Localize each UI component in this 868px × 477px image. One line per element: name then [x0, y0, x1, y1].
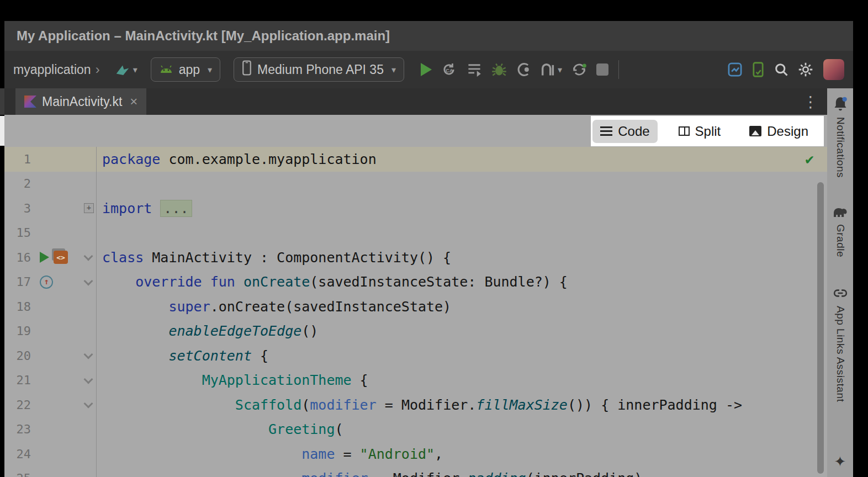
- gutter: 18: [4, 294, 97, 319]
- run-button[interactable]: [421, 63, 432, 76]
- fold-collapse-icon[interactable]: [84, 350, 93, 359]
- gutter: 23: [4, 417, 97, 442]
- code-editor[interactable]: 1package com.example.myapplication✔23+im…: [4, 147, 827, 477]
- settings-button[interactable]: [798, 62, 813, 77]
- line-number: 2: [4, 177, 31, 190]
- tool-window-gradle[interactable]: Gradle: [834, 224, 846, 257]
- code-text[interactable]: super.onCreate(savedInstanceState): [97, 299, 451, 315]
- stop-button[interactable]: [596, 63, 608, 76]
- fold-collapse-icon[interactable]: [84, 252, 93, 261]
- device-selector[interactable]: Medium Phone API 35 ▾: [234, 57, 404, 82]
- fold-collapse-icon[interactable]: [84, 399, 93, 409]
- line-number: 15: [4, 226, 31, 240]
- code-text[interactable]: import ...: [97, 200, 192, 216]
- title-bar: My Application – MainActivity.kt [My_App…: [4, 21, 853, 51]
- gradle-sync-icon[interactable]: ▾: [114, 62, 137, 77]
- notifications-bell-icon[interactable]: [833, 96, 848, 112]
- right-tool-stripe: Notifications Gradle App Links Assistant…: [827, 88, 853, 477]
- code-line[interactable]: 24 name = "Android",: [4, 442, 827, 467]
- run-class-icon[interactable]: [40, 252, 49, 263]
- code-text[interactable]: override fun onCreate(savedInstanceState…: [97, 274, 568, 290]
- compose-preview-icon[interactable]: <>: [54, 251, 68, 264]
- code-line[interactable]: 15: [4, 221, 827, 246]
- chevron-down-icon: ▾: [558, 65, 562, 75]
- view-mode-split[interactable]: Split: [671, 120, 729, 143]
- sparkle-icon[interactable]: ✦: [834, 453, 846, 470]
- chevron-down-icon: ▾: [208, 65, 212, 75]
- breadcrumb-chevron-icon: ›: [96, 62, 100, 77]
- code-text[interactable]: Scaffold(modifier = Modifier.fillMaxSize…: [97, 397, 742, 413]
- code-line[interactable]: 19 enableEdgeToEdge(): [4, 319, 827, 344]
- code-line[interactable]: 17↑ override fun onCreate(savedInstanceS…: [4, 270, 827, 295]
- fold-expand-icon[interactable]: +: [84, 203, 94, 213]
- view-mode-code[interactable]: Code: [592, 120, 657, 143]
- code-line[interactable]: 20 setContent {: [4, 343, 827, 368]
- tool-window-app-links[interactable]: App Links Assistant: [834, 306, 846, 402]
- fold-collapse-icon[interactable]: [84, 374, 93, 384]
- code-line[interactable]: 2: [4, 172, 827, 197]
- line-number: 19: [4, 324, 31, 338]
- run-config-selector[interactable]: app ▾: [151, 57, 220, 82]
- override-method-icon[interactable]: ↑: [40, 275, 53, 289]
- code-text[interactable]: name = "Android",: [97, 446, 443, 462]
- gutter: 20: [4, 343, 97, 368]
- close-icon[interactable]: ×: [130, 96, 137, 108]
- code-lines: 1package com.example.myapplication✔23+im…: [4, 147, 827, 477]
- attach-debugger-button[interactable]: [516, 62, 531, 77]
- tab-options-kebab-icon[interactable]: ⋮: [803, 93, 818, 111]
- line-number: 3: [4, 202, 31, 215]
- tool-window-notifications[interactable]: Notifications: [834, 117, 846, 178]
- debug-button[interactable]: [491, 62, 507, 77]
- line-number: 20: [4, 349, 31, 363]
- fold-collapse-icon[interactable]: [84, 276, 93, 285]
- tab-label: MainActivity.kt: [42, 94, 122, 109]
- gutter: 24: [4, 442, 97, 467]
- left-stripe-fragment-light: [0, 116, 4, 146]
- code-line[interactable]: 23 Greeting(: [4, 417, 827, 442]
- code-text[interactable]: enableEdgeToEdge(): [97, 323, 318, 339]
- line-number: 18: [4, 300, 31, 314]
- code-text[interactable]: modifier = Modifier.padding(innerPadding…: [97, 470, 642, 477]
- code-line[interactable]: 18 super.onCreate(savedInstanceState): [4, 294, 827, 319]
- line-number: 16: [4, 251, 31, 264]
- kotlin-file-icon: [24, 96, 36, 108]
- design-icon: [749, 126, 761, 136]
- search-button[interactable]: [774, 62, 789, 77]
- code-line[interactable]: 21 MyApplicationTheme {: [4, 368, 827, 393]
- vertical-scrollbar[interactable]: [817, 182, 824, 474]
- breadcrumb-project[interactable]: myapplication: [13, 62, 91, 77]
- apply-changes-button[interactable]: CA: [441, 62, 457, 77]
- tab-mainactivity[interactable]: MainActivity.kt ×: [15, 88, 146, 115]
- app-quality-insights-button[interactable]: [727, 62, 743, 77]
- profiler-button[interactable]: ▾: [540, 62, 562, 77]
- device-manager-button[interactable]: [751, 62, 765, 77]
- view-mode-design[interactable]: Design: [742, 120, 816, 143]
- code-text[interactable]: package com.example.myapplication: [97, 151, 377, 167]
- view-mode-label: Code: [618, 124, 649, 139]
- view-mode-label: Split: [695, 124, 721, 139]
- rerun-with-profiler-button[interactable]: [466, 62, 483, 77]
- analysis-ok-icon[interactable]: ✔: [805, 151, 814, 167]
- code-icon: [600, 126, 612, 136]
- code-line[interactable]: 22 Scaffold(modifier = Modifier.fillMaxS…: [4, 393, 827, 417]
- line-number: 24: [4, 447, 31, 461]
- code-line[interactable]: 25 modifier = Modifier.padding(innerPadd…: [4, 467, 827, 477]
- app-links-icon[interactable]: [833, 286, 848, 300]
- svg-text:CA: CA: [446, 68, 453, 73]
- sync-project-button[interactable]: [571, 62, 588, 77]
- run-config-label: app: [179, 62, 200, 77]
- user-avatar[interactable]: [823, 59, 844, 80]
- left-stripe-fragment: [0, 88, 4, 115]
- code-text[interactable]: class MainActivity : ComponentActivity()…: [97, 250, 451, 266]
- code-text[interactable]: MyApplicationTheme {: [97, 372, 368, 388]
- split-icon: [679, 126, 690, 136]
- main-toolbar: myapplication › ▾ app ▾ Medium Phone API…: [4, 51, 853, 88]
- code-line[interactable]: 16<>class MainActivity : ComponentActivi…: [4, 245, 827, 270]
- code-line[interactable]: 1package com.example.myapplication✔: [4, 147, 827, 172]
- gutter: 17↑: [4, 270, 97, 295]
- device-label: Medium Phone API 35: [257, 62, 384, 77]
- gradle-elephant-icon[interactable]: [833, 206, 848, 219]
- code-text[interactable]: setContent {: [97, 348, 268, 364]
- code-line[interactable]: 3+import ...: [4, 196, 827, 221]
- code-text[interactable]: Greeting(: [97, 421, 343, 437]
